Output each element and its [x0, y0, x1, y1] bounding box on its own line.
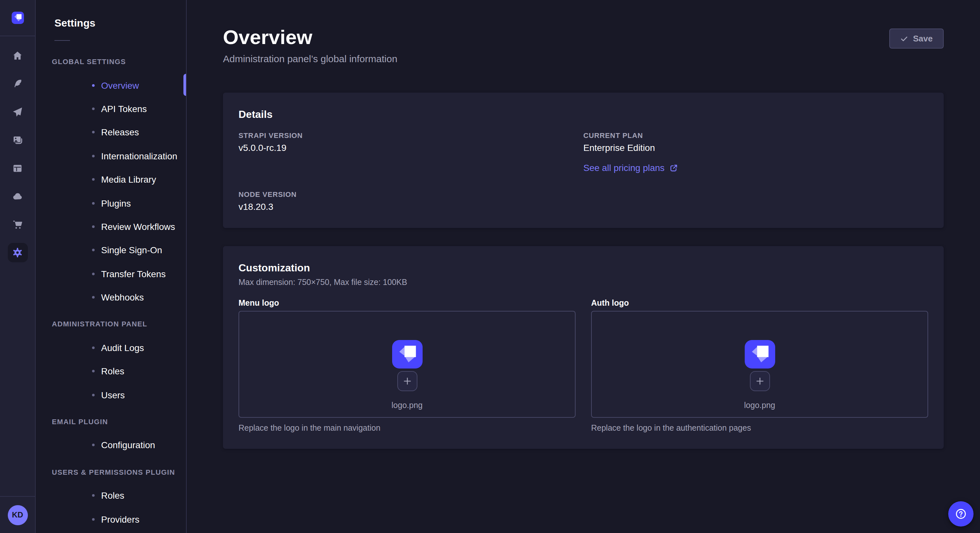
bullet-icon [92, 225, 95, 228]
bullet-icon [92, 131, 95, 134]
subnav-item-internationalization[interactable]: Internationalization [36, 144, 186, 168]
auth-logo-filename: logo.png [744, 401, 775, 410]
subnav-item-media-library[interactable]: Media Library [36, 168, 186, 191]
details-right-column: CURRENT PLAN Enterprise Edition See all … [583, 132, 928, 213]
check-icon [900, 35, 908, 43]
current-plan-field: CURRENT PLAN Enterprise Edition [583, 132, 928, 154]
paper-plane-icon[interactable] [0, 98, 35, 126]
settings-gear-icon [8, 243, 27, 263]
auth-logo-column: Auth logo logo.png Replace the logo in t… [591, 298, 928, 433]
current-plan-value: Enterprise Edition [583, 143, 928, 154]
menu-logo-column: Menu logo logo.png Replace the logo in t… [239, 298, 576, 433]
auth-logo-label: Auth logo [591, 298, 928, 308]
current-plan-label: CURRENT PLAN [583, 132, 928, 140]
customization-card: Customization Max dimension: 750×750, Ma… [223, 246, 944, 449]
customization-card-title: Customization [239, 262, 928, 274]
main-nav-rail: KD [0, 0, 36, 533]
home-icon[interactable] [0, 41, 35, 70]
logo-upload-grid: Menu logo logo.png Replace the logo in t… [239, 298, 928, 433]
external-link-icon [670, 164, 678, 172]
subnav-item-plugins[interactable]: Plugins [36, 191, 186, 215]
main-content: Overview Administration panel’s global i… [187, 0, 980, 533]
subnav-item-single-sign-on[interactable]: Single Sign-On [36, 238, 186, 262]
bullet-icon [92, 518, 95, 520]
menu-logo-add-button[interactable] [397, 371, 417, 391]
menu-logo-filename: logo.png [391, 401, 423, 410]
subnav-divider [54, 40, 70, 41]
strapi-version-field: STRAPI VERSION v5.0.0-rc.19 [239, 132, 583, 154]
bullet-icon [92, 202, 95, 204]
bullet-icon [92, 178, 95, 181]
menu-logo-label: Menu logo [239, 298, 576, 308]
menu-logo-upload-box[interactable]: logo.png [239, 311, 576, 418]
page-title: Overview [223, 0, 944, 49]
node-version-label: NODE VERSION [239, 190, 583, 199]
settings-nav-list: GLOBAL SETTINGS Overview API Tokens Rele… [36, 50, 186, 531]
subnav-item-up-roles[interactable]: Roles [36, 484, 186, 508]
bullet-icon [92, 272, 95, 275]
bullet-icon [92, 108, 95, 110]
subnav-item-webhooks[interactable]: Webhooks [36, 286, 186, 309]
bullet-icon [92, 296, 95, 298]
subnav-item-api-tokens[interactable]: API Tokens [36, 97, 186, 121]
strapi-logo-icon [11, 12, 24, 24]
details-card: Details STRAPI VERSION v5.0.0-rc.19 NODE… [223, 93, 944, 228]
section-email-plugin: EMAIL PLUGIN [36, 410, 186, 434]
subnav-item-releases[interactable]: Releases [36, 121, 186, 144]
section-administration-panel: ADMINISTRATION PANEL [36, 313, 186, 336]
subnav-item-up-providers[interactable]: Providers [36, 508, 186, 531]
cloud-icon[interactable] [0, 182, 35, 211]
auth-logo-upload-box[interactable]: logo.png [591, 311, 928, 418]
subnav-item-review-workflows[interactable]: Review Workflows [36, 215, 186, 238]
auth-logo-preview [745, 340, 775, 368]
workspace-logo-area [0, 0, 35, 36]
bullet-icon [92, 370, 95, 373]
app-window: KD Settings GLOBAL SETTINGS Overview API… [0, 0, 980, 533]
subnav-item-admin-roles[interactable]: Roles [36, 359, 186, 383]
subnav-item-admin-users[interactable]: Users [36, 383, 186, 407]
rail-footer: KD [0, 496, 35, 533]
menu-logo-caption: Replace the logo in the main navigation [239, 423, 576, 433]
subnav-item-overview[interactable]: Overview [36, 73, 186, 97]
bullet-icon [92, 494, 95, 497]
details-grid: STRAPI VERSION v5.0.0-rc.19 NODE VERSION… [239, 132, 928, 213]
media-images-icon[interactable] [0, 126, 35, 154]
details-left-column: STRAPI VERSION v5.0.0-rc.19 NODE VERSION… [239, 132, 583, 213]
node-version-field: NODE VERSION v18.20.3 [239, 190, 583, 213]
plus-icon [755, 376, 765, 386]
plus-icon [402, 376, 412, 386]
user-avatar[interactable]: KD [8, 505, 27, 525]
feather-content-icon[interactable] [0, 70, 35, 98]
subnav-item-transfer-tokens[interactable]: Transfer Tokens [36, 262, 186, 286]
settings-subnav: Settings GLOBAL SETTINGS Overview API To… [36, 0, 187, 533]
subnav-item-email-configuration[interactable]: Configuration [36, 434, 186, 457]
strapi-version-value: v5.0.0-rc.19 [239, 143, 583, 154]
subnav-title: Settings [54, 17, 186, 29]
layout-icon[interactable] [0, 154, 35, 182]
bullet-icon [92, 84, 95, 86]
auth-logo-add-button[interactable] [749, 371, 770, 391]
settings-nav-item[interactable] [0, 239, 35, 267]
details-card-title: Details [239, 108, 928, 121]
node-version-value: v18.20.3 [239, 201, 583, 213]
pricing-plans-link[interactable]: See all pricing plans [583, 163, 928, 174]
auth-logo-caption: Replace the logo in the authentication p… [591, 423, 928, 433]
section-users-permissions-plugin: USERS & PERMISSIONS PLUGIN [36, 460, 186, 484]
bullet-icon [92, 155, 95, 157]
bullet-icon [92, 393, 95, 396]
marketplace-cart-icon[interactable] [0, 211, 35, 239]
page-subtitle: Administration panel’s global informatio… [223, 53, 944, 64]
question-mark-icon [954, 507, 967, 520]
help-button[interactable] [948, 501, 973, 526]
section-global-settings: GLOBAL SETTINGS [36, 50, 186, 73]
subnav-item-audit-logs[interactable]: Audit Logs [36, 336, 186, 359]
main-nav-items [0, 36, 35, 267]
bullet-icon [92, 249, 95, 252]
save-button[interactable]: Save [889, 29, 944, 49]
bullet-icon [92, 444, 95, 447]
menu-logo-preview [392, 340, 422, 368]
bullet-icon [92, 346, 95, 349]
customization-card-subtitle: Max dimension: 750×750, Max file size: 1… [239, 277, 928, 287]
strapi-version-label: STRAPI VERSION [239, 132, 583, 140]
